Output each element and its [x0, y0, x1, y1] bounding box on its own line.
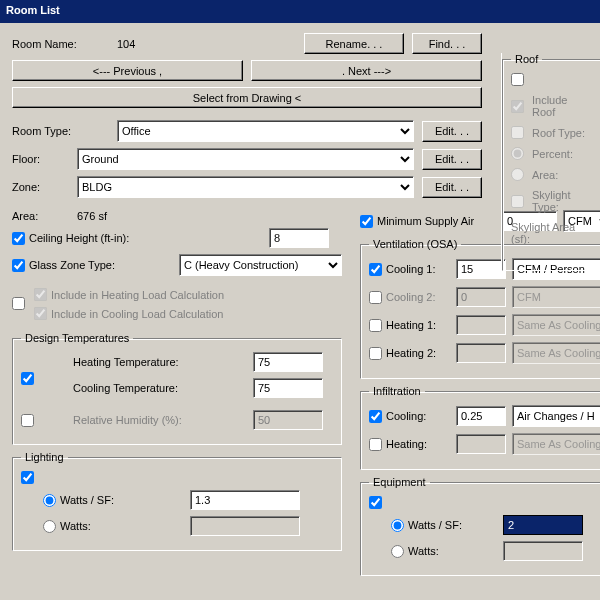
relhum-input: [253, 410, 323, 430]
lighting-legend: Lighting: [21, 451, 68, 463]
select-from-drawing-button[interactable]: Select from Drawing <: [12, 87, 482, 108]
equipment-watts-input: [503, 541, 583, 561]
design-relhum-checkbox[interactable]: [21, 414, 34, 427]
lighting-wsf-radio[interactable]: [43, 494, 56, 507]
equipment-wsf-radio[interactable]: [391, 519, 404, 532]
heating2-label: Heating 2:: [386, 347, 456, 359]
roof-area-radio: [511, 168, 524, 181]
zone-label: Zone:: [12, 181, 77, 193]
prev-button[interactable]: <--- Previous ,: [12, 60, 243, 81]
cooling1-label: Cooling 1:: [386, 263, 456, 275]
roof-area-label: Area:: [532, 169, 558, 181]
include-roof-checkbox: [511, 100, 524, 113]
lighting-wsf-input[interactable]: [190, 490, 300, 510]
include-cool-checkbox: [34, 307, 47, 320]
room-name-label: Room Name:: [12, 38, 117, 50]
equipment-wsf-label: Watts / SF:: [408, 519, 503, 531]
skylight-type-label: Skylight Type:: [532, 189, 592, 213]
skylight-area-label: Skylight Area (sf):: [511, 221, 592, 245]
lighting-wsf-label: Watts / SF:: [60, 494, 190, 506]
design-temp-legend: Design Temperatures: [21, 332, 133, 344]
roof-percent-label: Percent:: [532, 148, 573, 160]
design-heat-checkbox[interactable]: [21, 372, 34, 385]
rename-button[interactable]: Rename. . .: [304, 33, 404, 54]
cool-temp-label: Cooling Temperature:: [43, 382, 253, 394]
lighting-watts-radio[interactable]: [43, 520, 56, 533]
inf-heating-checkbox[interactable]: [369, 438, 382, 451]
cool-temp-input[interactable]: [253, 378, 323, 398]
lighting-watts-input: [190, 516, 300, 536]
lighting-watts-label: Watts:: [60, 520, 190, 532]
inf-cooling-input[interactable]: [456, 406, 506, 426]
roof-type-checkbox: [511, 126, 524, 139]
infiltration-group: Infiltration Cooling: Air Changes / H He…: [360, 385, 600, 470]
inf-cooling-checkbox[interactable]: [369, 410, 382, 423]
min-supply-label: Minimum Supply Air: [377, 215, 502, 227]
include-cool-label: Include in Cooling Load Calculation: [51, 308, 223, 320]
find-button[interactable]: Find. . .: [412, 33, 482, 54]
include-heat-checkbox: [34, 288, 47, 301]
glass-zone-checkbox[interactable]: [12, 259, 25, 272]
room-type-select[interactable]: Office: [117, 120, 414, 142]
ceiling-label: Ceiling Height (ft-in):: [29, 232, 269, 244]
roof-group: Roof Include Roof Roof Type: Percent: Ar…: [502, 53, 600, 271]
roof-enable-checkbox[interactable]: [511, 73, 524, 86]
ceiling-checkbox[interactable]: [12, 232, 25, 245]
roof-legend: Roof: [511, 53, 542, 65]
area-label: Area:: [12, 210, 77, 222]
inf-heating-input: [456, 434, 506, 454]
cooling2-checkbox[interactable]: [369, 291, 382, 304]
cooling1-input[interactable]: [456, 259, 506, 279]
design-temp-group: Design Temperatures Heating Temperature:…: [12, 332, 342, 445]
roof-percent-radio: [511, 147, 524, 160]
window-title: Room List: [0, 0, 600, 23]
cooling2-unit-select: CFM: [512, 286, 600, 308]
inf-cooling-unit-select[interactable]: Air Changes / H: [512, 405, 600, 427]
room-name-value: 104: [117, 38, 177, 50]
glass-zone-label: Glass Zone Type:: [29, 259, 179, 271]
include-heat-label: Include in Heating Load Calculation: [51, 289, 224, 301]
equipment-wsf-input[interactable]: [503, 515, 583, 535]
ventilation-legend: Ventilation (OSA): [369, 238, 461, 250]
roof-type-label: Roof Type:: [532, 127, 585, 139]
ceiling-input[interactable]: [269, 228, 329, 248]
infiltration-legend: Infiltration: [369, 385, 425, 397]
floor-label: Floor:: [12, 153, 77, 165]
equipment-watts-label: Watts:: [408, 545, 503, 557]
heating1-unit-select: Same As Cooling: [512, 314, 600, 336]
equipment-group: Equipment Watts / SF: Watts:: [360, 476, 600, 576]
next-button[interactable]: . Next --->: [251, 60, 482, 81]
equipment-watts-radio[interactable]: [391, 545, 404, 558]
floor-edit-button[interactable]: Edit. . .: [422, 149, 482, 170]
min-supply-checkbox[interactable]: [360, 215, 373, 228]
heat-temp-label: Heating Temperature:: [43, 356, 253, 368]
cooling1-checkbox[interactable]: [369, 263, 382, 276]
zone-edit-button[interactable]: Edit. . .: [422, 177, 482, 198]
inf-heating-unit-select: Same As Cooling: [512, 433, 600, 455]
area-value: 676 sf: [77, 210, 107, 222]
lighting-enable-checkbox[interactable]: [21, 471, 34, 484]
cooling2-input: [456, 287, 506, 307]
heating2-unit-select: Same As Cooling: [512, 342, 600, 364]
inf-cooling-label: Cooling:: [386, 410, 456, 422]
heat-temp-input[interactable]: [253, 352, 323, 372]
include-roof-label: Include Roof: [532, 94, 592, 118]
skylight-type-checkbox: [511, 195, 524, 208]
heating1-input: [456, 315, 506, 335]
floor-select[interactable]: Ground: [77, 148, 414, 170]
equipment-legend: Equipment: [369, 476, 430, 488]
include-master-checkbox[interactable]: [12, 297, 25, 310]
equipment-enable-checkbox[interactable]: [369, 496, 382, 509]
cooling2-label: Cooling 2:: [386, 291, 456, 303]
room-type-label: Room Type:: [12, 125, 117, 137]
inf-heating-label: Heating:: [386, 438, 456, 450]
heating1-checkbox[interactable]: [369, 319, 382, 332]
relhum-label: Relative Humidity (%):: [43, 414, 253, 426]
zone-select[interactable]: BLDG: [77, 176, 414, 198]
lighting-group: Lighting Watts / SF: Watts:: [12, 451, 342, 551]
heating1-label: Heating 1:: [386, 319, 456, 331]
heating2-input: [456, 343, 506, 363]
glass-zone-select[interactable]: C (Heavy Construction): [179, 254, 342, 276]
heating2-checkbox[interactable]: [369, 347, 382, 360]
room-type-edit-button[interactable]: Edit. . .: [422, 121, 482, 142]
